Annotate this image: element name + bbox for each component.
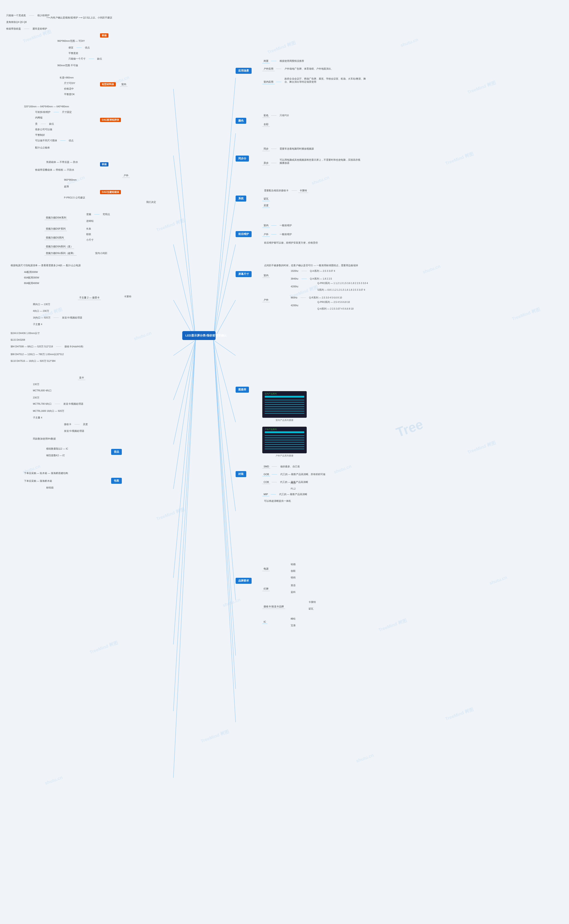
iron-rib: 铁箱带肋前盖 <box>5 27 23 31</box>
goods-section-label: 货品 <box>111 449 122 455</box>
watermark-21: TreeMind 树图 <box>377 617 408 633</box>
node-async: 异步 —— 可以用电脑或其他视频源将您显示屏上，不需要时和也使电脑，买很高存视频… <box>262 158 362 165</box>
straight-rail: 直角铁轨Q4 Q5 Q8 <box>5 20 29 24</box>
node-nova2: 诺瓦 <box>307 607 315 611</box>
ds-label: 变频力德DS系列 <box>44 236 65 240</box>
indoor-catalog-title: 室内产品系列册册 <box>262 419 307 422</box>
sea-box: 下单后采购 — 落海桥木箱 <box>22 479 54 483</box>
smd-desc: 做的最多、自己装 <box>278 464 301 469</box>
node-alum-size: 长度<960mm <box>58 76 75 80</box>
node-sync-yes: 同步 —— 需要常连着电脑同时播放视频源 <box>262 147 316 151</box>
node-indoor-screen: 室内 <box>262 274 270 278</box>
maint-indoor-desc: 一般前维护 <box>278 223 294 228</box>
watermark-14: TreeMind 树图 <box>511 306 541 322</box>
node-flat-poor: 平整度差 <box>67 51 80 56</box>
node-rcv-brand: 接收卡/发送卡品牌 <box>262 605 285 609</box>
svg-line-10 <box>213 340 236 689</box>
price-dh436: $104.6 DH436 1.83mm以寸 <box>9 331 41 336</box>
color-full-label: 全彩 <box>262 122 270 127</box>
node-color: 颜色 <box>236 118 246 124</box>
simple-box: 简易箱体 — 不带后盖 — 防水 <box>44 160 80 164</box>
kaileite-hub: 卡莱特 <box>122 295 133 299</box>
node-indoor-small: 室内小间距 <box>93 251 109 255</box>
node-yingyu: 英语 <box>289 584 297 588</box>
price-dh7512: $98 DH7512 — 12向口 — 780万 1.83mm以32*512 <box>9 352 65 357</box>
node-mctrl1600: MCTRL1600 16向口 — 920万 <box>31 409 66 413</box>
power-brand-label: 电源 <box>262 567 270 571</box>
customer-confirm: ⟶ 内有户确认是规格/延维护 ⟶ Q2.5以上以、小间距不建议 <box>44 15 114 20</box>
960-nope: 960mm范围 不可做 <box>56 63 80 68</box>
node-mip2: 可以将超清晰提供一体机 <box>262 499 293 503</box>
node-maint-note: 前后维护都可以做，前维护安装更方便，价格贵些 <box>262 241 319 245</box>
small-size: 小尺寸 <box>84 238 95 242</box>
hub-label: 接收卡(Hub/HUB) <box>63 345 85 349</box>
dae-size: 320*160mm — 640*640mm — 640*480mm <box>22 105 71 108</box>
hz-3840: 3840hz <box>289 277 300 281</box>
strip: 长条 <box>84 226 93 231</box>
node-qpro-outdoor: Q-PRO系列 — 2.5 4 5 6 6.8 10 <box>316 300 351 304</box>
svg-line-14 <box>173 245 196 340</box>
maint-note: 前后维护都可以做，前维护安装更方便，价格贵些 <box>262 241 319 245</box>
node-price-dh7512: $98 DH7512 — 12向口 — 780万 1.83mm以32*512 <box>9 352 65 357</box>
continuous: 连铸铝 <box>84 219 95 223</box>
node-dsn: 变频力德DSN系列（直） <box>44 245 74 249</box>
node-power-guide: 根据电源尺寸找电源清单 — 查看看需要多少A的 — 配什么公电源 <box>9 263 82 268</box>
node-outdoor-catalog: 户外产品系列 户外产品系列册册 <box>262 427 307 457</box>
lingdu-rcv: 灵度 <box>81 422 90 427</box>
hz-4200-indoor: 4200hz <box>289 284 300 289</box>
node-simple-box: 简易箱体 — 不带后盖 — 防水 <box>44 160 80 164</box>
svg-line-22 <box>173 340 196 711</box>
node-child4-2: 子主董 4 <box>31 416 44 420</box>
node-kaileite2: 卡莱特 <box>307 600 318 605</box>
node-color-full: 全彩 <box>262 122 270 127</box>
node-wood-box: 下单后采购 — 拓木箱 — 落海桥搭建结构 <box>22 471 70 476</box>
qh-outdoor: Q-H系列 — 2 2.5 3.07 4 5 6.6 8 10 <box>316 307 355 311</box>
svg-line-0 <box>213 78 236 340</box>
gob-label: GOB <box>262 473 270 476</box>
application-label: 应用场景 <box>236 68 252 74</box>
node-dae: DAE标准铝拼体 <box>100 118 121 122</box>
watermark-20: shutu.cn <box>222 597 241 608</box>
qpro-outdoor: Q-PRO系列 — 2.5 4 5 6 6.8 10 <box>316 300 351 304</box>
mctrl600: MCTRL600 4向口 <box>31 388 53 393</box>
catalog-label: 图册库 <box>236 387 249 393</box>
node-expensive: 贵 —— 缺点 <box>33 122 56 126</box>
brand-label: 品牌要求 <box>236 578 252 584</box>
gob-desc: 代工的 — 顾客产品高清晰、所有积积可做 <box>278 472 327 477</box>
node-freq: 变频 —— 究明点 <box>84 212 112 217</box>
node-dae-size: 320*160mm — 640*640mm — 640*480mm <box>22 105 71 108</box>
hz-960: 960Hz <box>289 296 299 299</box>
sync-label: 同步分 <box>236 155 249 161</box>
send-lingdu: 发送卡/视频处理器 <box>62 429 86 433</box>
node-paper-box: 标纸箱 <box>44 486 55 490</box>
copper-count: 铜箔套数K2 — 灯 <box>44 453 67 458</box>
outdoor-catalog-title: 户外产品系列册册 <box>262 454 307 457</box>
dae-label: DAE标准铝拼体 <box>100 118 121 122</box>
svg-line-6 <box>213 340 236 422</box>
dae-front-desc: 尺寸固定 <box>60 110 73 114</box>
price-dh7516: $110 DH7516 — 16向口 — 920万 512*384 <box>9 359 57 363</box>
iron-rib-desc: 通常是前维护 <box>31 27 49 31</box>
node-outdoor-app: 户外应用 —— 户外场地广告牌、体育场馆、户外地面演出、 <box>262 67 335 71</box>
mingwei: 明纬 <box>289 576 297 580</box>
p12: P1.2 <box>289 487 297 491</box>
node-brand: 品牌要求 <box>236 578 252 584</box>
node-iron-box-indoor: 铁箱 <box>100 33 108 38</box>
watermark-7: TreeMind 树图 <box>155 217 186 233</box>
dae-front: 可前拆/前维护 <box>33 110 52 114</box>
outdoor-app-label: 户外应用 <box>262 67 275 71</box>
svg-line-19 <box>173 340 196 489</box>
system-label: 系统 <box>236 196 246 202</box>
hz-4200-outdoor: 4200hz <box>289 303 300 307</box>
node-dsu: 变频力德DSU系列（超薄） <box>44 251 77 255</box>
inner-net: 内网端 <box>33 116 44 120</box>
node-gob: GOB —— 代工的 — 顾客产品高清晰、所有积积可做 <box>262 472 327 477</box>
size-limit: 只能做一个尺寸 <box>67 57 87 61</box>
mctrl-230: 230万 <box>31 395 41 400</box>
chuanlian: 创联 <box>289 569 297 573</box>
price-dh3208: $115 DH3208 <box>9 338 27 342</box>
hub-4way: 4向口 — 230万 <box>31 309 51 313</box>
svg-line-12 <box>173 89 196 340</box>
hub-16way: 16向口 — 920万 <box>31 316 52 320</box>
cob-label: COB <box>262 480 270 484</box>
